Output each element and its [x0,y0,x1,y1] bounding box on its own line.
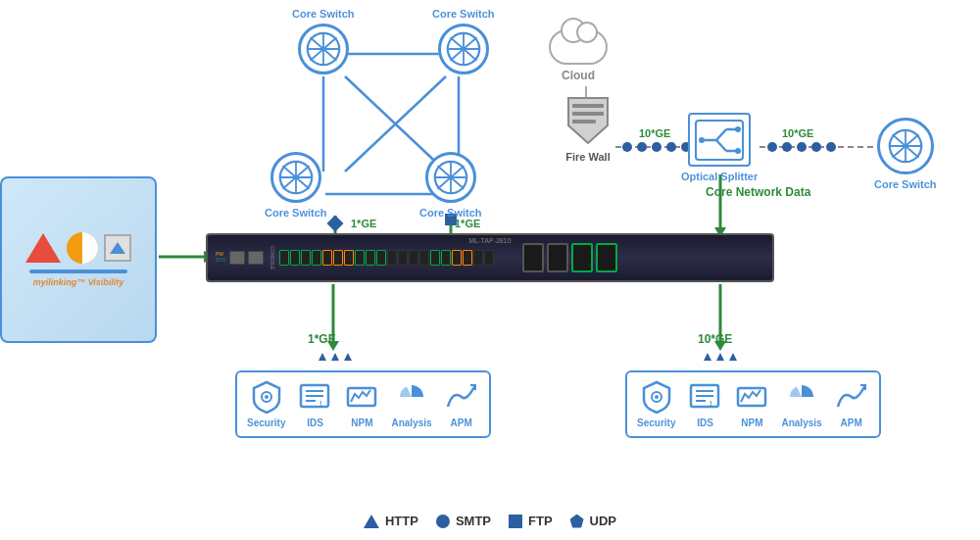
svg-text:10*GE: 10*GE [698,332,732,346]
svg-point-76 [699,137,705,143]
legend: HTTP SMTP FTP UDP [364,514,616,528]
core-switch-3-label: Core Switch [265,207,327,219]
left-security-item: Security [247,380,285,428]
legend-udp: UDP [570,514,616,528]
svg-point-85 [265,395,269,399]
firewall-label: Fire Wall [565,151,610,163]
core-switch-2: Core Switch [432,8,495,74]
right-ids-icon: ! [687,380,722,414]
right-security-label: Security [637,417,675,428]
left-analysis-label: Analysis [391,417,431,428]
svg-point-24 [797,142,807,152]
core-switch-3: Core Switch [265,152,327,219]
svg-rect-7 [327,216,344,232]
left-npm-item: NPM [344,380,379,428]
left-apm-label: APM [450,417,471,428]
left-npm-label: NPM [351,417,372,428]
right-apm-icon [834,380,869,414]
smtp-label: SMTP [456,514,491,528]
svg-text:1*GE: 1*GE [455,218,480,229]
right-analysis-icon [784,380,819,414]
svg-point-94 [655,395,659,399]
svg-rect-91 [348,388,375,406]
svg-text:1*GE: 1*GE [351,218,376,229]
svg-point-77 [735,126,741,132]
right-analysis-label: Analysis [781,417,821,428]
svg-marker-41 [704,353,711,361]
analysis-icon [394,380,429,414]
right-core-switch-label: Core Switch [874,178,937,190]
ftp-label: FTP [528,514,553,528]
right-npm-icon [734,380,769,414]
svg-marker-37 [344,353,352,361]
circle-shape [67,232,98,264]
svg-point-78 [735,148,741,154]
myilinking-panel: myilinking™ Visibility [0,176,157,343]
svg-point-18 [666,142,676,152]
core-switch-4-icon [425,152,476,203]
right-apm-label: APM [840,417,861,428]
legend-smtp: SMTP [436,514,491,528]
svg-marker-36 [331,353,339,361]
http-triangle-icon [364,515,379,528]
svg-marker-43 [729,353,737,361]
left-apm-item: APM [444,380,479,428]
right-core-switch: Core Switch [874,118,937,190]
svg-point-17 [652,142,662,152]
left-analysis-item: Analysis [391,380,431,428]
splitter-icon [688,113,751,167]
ftp-square-icon [509,515,522,528]
ids-icon: ! [297,380,332,414]
npm-icon [344,380,379,414]
svg-rect-67 [572,104,604,108]
apm-icon [444,380,479,414]
firewall-area: Fire Wall [564,93,612,163]
core-switch-4-label: Core Switch [419,207,482,219]
core-switch-1-label: Core Switch [292,8,355,20]
http-label: HTTP [385,514,418,528]
left-ids-item: ! IDS [297,380,332,428]
left-toolbox: Security ! IDS NPM [235,370,491,438]
svg-point-25 [811,142,821,152]
smtp-circle-icon [436,515,450,528]
security-icon [249,380,284,414]
right-apm-item: APM [834,380,869,428]
right-toolbox: Security ! IDS NPM [625,370,881,438]
udp-label: UDP [590,514,616,528]
panel-icons [25,232,131,264]
svg-text:1*GE: 1*GE [308,332,336,346]
cloud-label: Cloud [562,69,595,82]
core-switch-1-icon [298,24,349,74]
main-device: PW SYS CONSOLE [206,233,774,282]
svg-text:!: ! [710,399,712,408]
triangle-shape [25,233,61,263]
core-switch-3-icon [270,152,321,203]
svg-marker-40 [714,341,726,351]
svg-point-26 [826,142,836,152]
cloud-icon [549,29,608,65]
svg-text:10*GE: 10*GE [782,127,813,139]
left-ids-label: IDS [307,417,323,428]
right-npm-label: NPM [741,417,762,428]
right-ids-item: ! IDS [687,380,722,428]
legend-http: HTTP [364,514,418,528]
right-core-switch-icon [877,118,934,174]
svg-rect-68 [572,112,604,116]
svg-text:Core Network Data: Core Network Data [706,185,811,199]
right-ids-label: IDS [697,417,713,428]
svg-text:!: ! [319,399,322,408]
splitter-label: Optical Splitter [681,171,758,182]
svg-rect-69 [572,120,596,123]
right-npm-item: NPM [734,380,769,428]
core-switch-2-icon [438,24,489,74]
right-security-icon [639,380,674,414]
core-switch-1: Core Switch [292,8,355,74]
core-switch-2-label: Core Switch [432,8,495,20]
left-security-label: Security [247,417,285,428]
svg-text:10*GE: 10*GE [639,127,670,139]
branding-logo: myilinking™ Visibility [33,277,124,287]
splitter-area: Optical Splitter [681,113,758,182]
svg-marker-42 [716,353,724,361]
svg-point-23 [782,142,792,152]
svg-rect-100 [738,388,765,406]
